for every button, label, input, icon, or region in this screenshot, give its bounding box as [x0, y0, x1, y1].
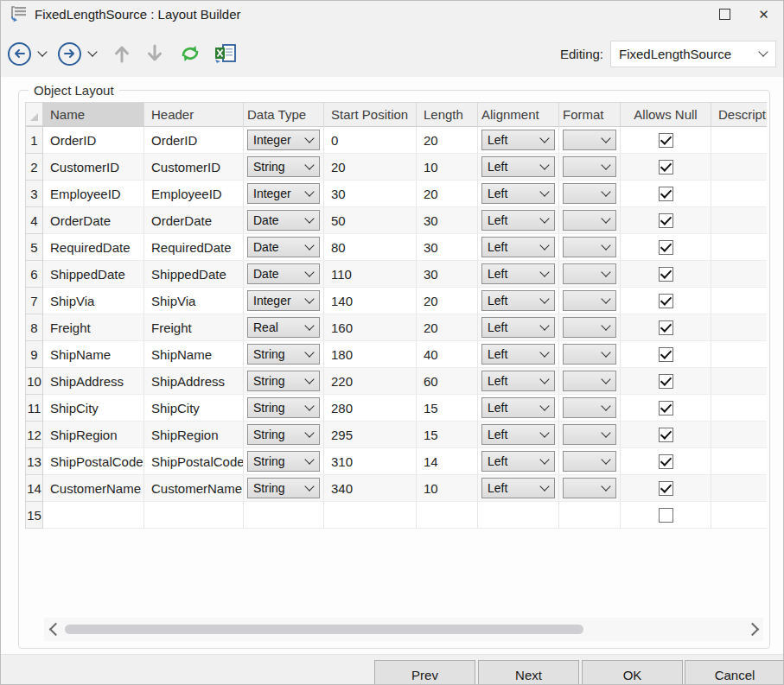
row-number[interactable]: 10: [26, 368, 43, 395]
alignment-combobox[interactable]: Left: [481, 237, 555, 257]
cell-length[interactable]: 30: [417, 207, 478, 234]
data-type-combobox[interactable]: Date: [247, 263, 320, 284]
scrollbar-track[interactable]: [63, 618, 744, 641]
alignment-combobox[interactable]: Left: [481, 397, 555, 418]
row-number[interactable]: 7: [26, 288, 43, 314]
back-button[interactable]: [8, 42, 31, 66]
allows-null-checkbox[interactable]: [659, 187, 673, 201]
cell-name[interactable]: ShippedDate: [43, 261, 144, 288]
move-up-button[interactable]: [113, 44, 131, 63]
cell-start-position[interactable]: 50: [324, 207, 417, 234]
export-excel-button[interactable]: [214, 42, 238, 65]
format-combobox[interactable]: [563, 317, 616, 338]
cell-length[interactable]: 20: [417, 314, 478, 341]
cell-start-position[interactable]: 340: [324, 475, 417, 502]
cell-start-position[interactable]: 110: [324, 261, 417, 288]
allows-null-checkbox[interactable]: [659, 160, 673, 174]
cell-header[interactable]: ShipVia: [144, 288, 244, 314]
data-type-combobox[interactable]: Integer: [247, 130, 320, 150]
format-combobox[interactable]: [563, 397, 616, 418]
close-button[interactable]: ✕: [744, 1, 783, 27]
alignment-combobox[interactable]: Left: [481, 263, 555, 284]
allows-null-checkbox[interactable]: [659, 508, 673, 523]
format-combobox[interactable]: [563, 371, 616, 391]
row-number[interactable]: 1: [26, 127, 43, 154]
scroll-left-button[interactable]: [44, 618, 63, 641]
cell-description[interactable]: [711, 422, 767, 448]
cell-header[interactable]: ShipRegion: [144, 422, 244, 448]
cell-start-position[interactable]: 180: [324, 341, 417, 368]
allows-null-checkbox[interactable]: [659, 454, 673, 469]
format-combobox[interactable]: [563, 263, 616, 284]
column-header-start-position[interactable]: Start Position: [324, 103, 417, 126]
allows-null-checkbox[interactable]: [659, 133, 673, 148]
alignment-combobox[interactable]: Left: [481, 210, 555, 231]
cell-description[interactable]: [711, 475, 767, 502]
cell-start-position[interactable]: 20: [324, 154, 417, 181]
row-number[interactable]: 5: [26, 234, 43, 261]
cell-header[interactable]: ShipCity: [144, 395, 244, 422]
alignment-combobox[interactable]: Left: [481, 424, 555, 445]
data-type-combobox[interactable]: Real: [247, 317, 320, 338]
cell-length[interactable]: 15: [417, 395, 478, 422]
cell-start-position[interactable]: 310: [324, 448, 417, 475]
back-dropdown-button[interactable]: [39, 52, 46, 55]
data-type-combobox[interactable]: String: [247, 424, 320, 445]
allows-null-checkbox[interactable]: [659, 347, 673, 362]
row-number[interactable]: 11: [26, 395, 43, 422]
column-header-description[interactable]: Description: [711, 103, 767, 126]
data-type-combobox[interactable]: String: [247, 478, 320, 498]
cell-name[interactable]: OrderID: [43, 127, 144, 154]
cell-description[interactable]: [711, 127, 767, 154]
cell-name[interactable]: OrderDate: [43, 207, 144, 234]
cancel-button[interactable]: Cancel: [685, 660, 784, 685]
cell-description[interactable]: [711, 368, 767, 395]
column-header-header[interactable]: Header: [144, 103, 244, 126]
cell-header[interactable]: ShipPostalCode: [144, 448, 244, 475]
allows-null-checkbox[interactable]: [659, 401, 673, 415]
cell-description[interactable]: [711, 314, 767, 341]
column-header-format[interactable]: Format: [559, 103, 621, 126]
editing-combobox[interactable]: FixedLengthSource: [610, 41, 776, 67]
format-combobox[interactable]: [563, 237, 616, 257]
cell-length[interactable]: 40: [417, 341, 478, 368]
cell-name[interactable]: ShipCity: [43, 395, 144, 422]
column-header-allows-null[interactable]: Allows Null: [621, 103, 711, 126]
column-header-alignment[interactable]: Alignment: [478, 103, 559, 126]
cell-description[interactable]: [711, 341, 767, 368]
alignment-combobox[interactable]: Left: [481, 344, 555, 365]
cell-name[interactable]: ShipRegion: [43, 422, 144, 448]
cell-name[interactable]: CustomerName: [43, 475, 144, 502]
format-combobox[interactable]: [563, 210, 616, 231]
alignment-combobox[interactable]: Left: [481, 317, 555, 338]
forward-dropdown-button[interactable]: [89, 52, 96, 55]
cell-description[interactable]: [711, 395, 767, 422]
cell-header[interactable]: Freight: [144, 314, 244, 341]
cell-header[interactable]: ShipAddress: [144, 368, 244, 395]
column-header-length[interactable]: Length: [417, 103, 478, 126]
format-combobox[interactable]: [563, 290, 616, 311]
format-combobox[interactable]: [563, 424, 616, 445]
cell-name[interactable]: Freight: [43, 314, 144, 341]
format-combobox[interactable]: [563, 478, 616, 498]
cell-header[interactable]: ShippedDate: [144, 261, 244, 288]
row-number[interactable]: 3: [26, 181, 43, 207]
cell-name[interactable]: ShipVia: [43, 288, 144, 314]
cell-header[interactable]: RequiredDate: [144, 234, 244, 261]
allows-null-checkbox[interactable]: [659, 240, 673, 255]
cell-description[interactable]: [711, 181, 767, 207]
cell-description[interactable]: [711, 448, 767, 475]
cell-header[interactable]: ShipName: [144, 341, 244, 368]
cell-header[interactable]: OrderID: [144, 127, 244, 154]
move-down-button[interactable]: [146, 44, 163, 63]
column-header-data-type[interactable]: Data Type: [244, 103, 324, 126]
alignment-combobox[interactable]: Left: [481, 451, 555, 472]
allows-null-checkbox[interactable]: [659, 428, 673, 442]
cell-header[interactable]: OrderDate: [144, 207, 244, 234]
next-button[interactable]: Next: [478, 660, 579, 685]
cell-length[interactable]: 10: [417, 154, 478, 181]
cell-description[interactable]: [711, 207, 767, 234]
row-number[interactable]: 6: [26, 261, 43, 288]
format-combobox[interactable]: [563, 156, 616, 177]
cell-description[interactable]: [711, 502, 767, 529]
